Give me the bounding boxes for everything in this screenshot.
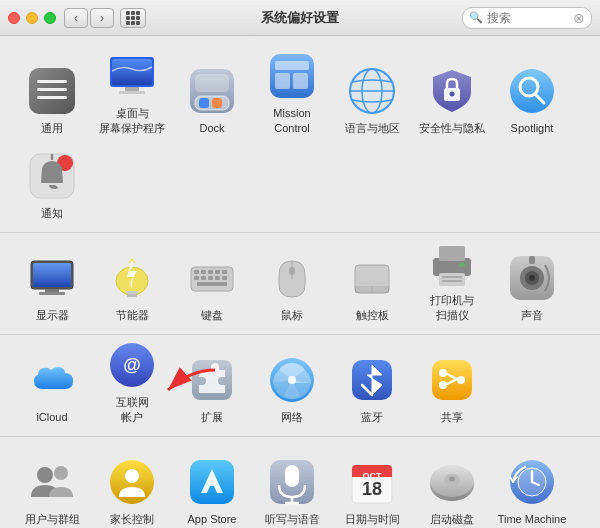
pref-parental[interactable]: 家长控制 [92, 445, 172, 528]
pref-general[interactable]: 通用 [12, 54, 92, 139]
svg-rect-41 [194, 270, 199, 274]
search-clear-icon[interactable]: ⊗ [573, 11, 585, 25]
pref-mission[interactable]: MissionControl [252, 54, 332, 139]
pref-label-sound: 声音 [521, 308, 543, 322]
svg-rect-16 [275, 73, 290, 89]
pref-icon-network [266, 354, 318, 406]
pref-icon-mission [266, 50, 318, 102]
svg-rect-46 [194, 276, 199, 280]
pref-icon-parental [106, 456, 158, 508]
pref-notification[interactable]: 通知 [12, 139, 92, 224]
svg-rect-86 [285, 465, 299, 487]
svg-rect-39 [127, 294, 137, 297]
pref-energy[interactable]: 节能器 [92, 241, 172, 326]
pref-icon-sharing [426, 354, 478, 406]
svg-rect-2 [37, 88, 67, 91]
pref-icon-mouse [266, 252, 318, 304]
pref-icon-internet-accounts: @ [106, 339, 158, 391]
pref-startup[interactable]: 启动磁盘 [412, 445, 492, 528]
svg-point-82 [125, 469, 139, 483]
pref-users[interactable]: 用户与群组 [12, 445, 92, 528]
pref-icloud[interactable]: iCloud [12, 343, 92, 428]
pref-icon-bluetooth [346, 354, 398, 406]
pref-label-dictation: 听写与语音 [265, 512, 320, 526]
pref-keyboard[interactable]: 键盘 [172, 241, 252, 326]
pref-icon-keyboard [186, 252, 238, 304]
svg-rect-38 [126, 291, 138, 294]
pref-appstore[interactable]: App Store [172, 445, 252, 528]
pref-desktop[interactable]: 桌面与屏幕保护程序 [92, 54, 172, 139]
svg-point-72 [288, 376, 296, 384]
pref-trackpad[interactable]: 触控板 [332, 241, 412, 326]
pref-icon-timemachine [506, 456, 558, 508]
pref-icon-energy [106, 252, 158, 304]
pref-icon-users [26, 456, 78, 508]
pref-dictation[interactable]: 听写与语音 [252, 445, 332, 528]
pref-icon-notification [26, 150, 78, 202]
search-box[interactable]: 🔍 ⊗ [462, 7, 592, 29]
pref-icon-appstore [186, 456, 238, 508]
pref-network[interactable]: 网络 [252, 343, 332, 428]
pref-mouse[interactable]: 鼠标 [252, 241, 332, 326]
pref-label-printer: 打印机与扫描仪 [430, 293, 474, 322]
svg-point-24 [510, 69, 554, 113]
close-button[interactable] [8, 12, 20, 24]
grid-view-button[interactable] [120, 8, 146, 28]
svg-rect-44 [215, 270, 220, 274]
pref-label-dock: Dock [199, 121, 224, 135]
pref-label-energy: 节能器 [116, 308, 149, 322]
svg-rect-1 [37, 80, 67, 83]
pref-label-icloud: iCloud [36, 410, 67, 424]
svg-point-76 [457, 376, 465, 384]
forward-button[interactable]: › [90, 8, 114, 28]
pref-security[interactable]: 安全性与隐私 [412, 54, 492, 139]
pref-icon-spotlight [506, 65, 558, 117]
pref-internet-accounts[interactable]: @ 互联网帐户 [92, 343, 172, 428]
pref-icon-security [426, 65, 478, 117]
pref-icon-dictation [266, 456, 318, 508]
section-internet: iCloud @ 互联网帐户 扩展 [0, 335, 600, 437]
maximize-button[interactable] [44, 12, 56, 24]
pref-display[interactable]: 显示器 [12, 241, 92, 326]
pref-icon-printer [426, 237, 478, 289]
pref-label-trackpad: 触控板 [356, 308, 389, 322]
pref-icon-datetime: OCT 18 [346, 456, 398, 508]
svg-rect-67 [529, 256, 535, 264]
svg-rect-15 [275, 61, 309, 70]
svg-rect-12 [212, 98, 222, 108]
svg-rect-33 [45, 289, 59, 292]
titlebar: ‹ › 系统偏好设置 🔍 ⊗ [0, 0, 600, 36]
pref-bluetooth[interactable]: 蓝牙 [332, 343, 412, 428]
svg-point-75 [439, 381, 447, 389]
back-button[interactable]: ‹ [64, 8, 88, 28]
pref-label-network: 网络 [281, 410, 303, 424]
pref-icon-display [26, 252, 78, 304]
svg-rect-34 [39, 292, 65, 295]
pref-sound[interactable]: 声音 [492, 241, 572, 326]
pref-icon-trackpad [346, 252, 398, 304]
svg-rect-48 [208, 276, 213, 280]
svg-point-79 [37, 467, 53, 483]
svg-rect-58 [439, 246, 465, 261]
minimize-button[interactable] [26, 12, 38, 24]
svg-point-66 [529, 275, 535, 281]
search-input[interactable] [487, 11, 573, 25]
pref-printer[interactable]: 打印机与扫描仪 [412, 241, 492, 326]
pref-label-datetime: 日期与时间 [345, 512, 400, 526]
svg-rect-49 [215, 276, 220, 280]
pref-icon-language [346, 65, 398, 117]
pref-extensions[interactable]: 扩展 [172, 343, 252, 428]
svg-rect-43 [208, 270, 213, 274]
preferences-content: 通用 桌面与屏幕保护程序 [0, 36, 600, 528]
svg-rect-17 [293, 73, 308, 89]
pref-label-users: 用户与群组 [25, 512, 80, 526]
traffic-lights [8, 12, 56, 24]
pref-language[interactable]: 语言与地区 [332, 54, 412, 139]
pref-sharing[interactable]: 共享 [412, 343, 492, 428]
pref-spotlight[interactable]: Spotlight [492, 54, 572, 139]
pref-icon-desktop [106, 50, 158, 102]
pref-timemachine[interactable]: Time Machine [492, 445, 572, 528]
pref-dock[interactable]: Dock [172, 54, 252, 139]
pref-datetime[interactable]: OCT 18 日期与时间 [332, 445, 412, 528]
grid-icon [126, 11, 140, 25]
